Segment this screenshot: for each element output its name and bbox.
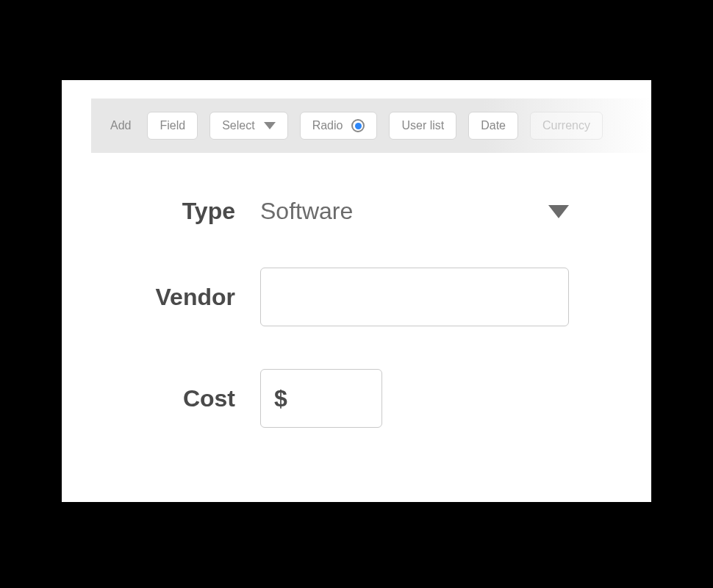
chevron-down-icon: [264, 122, 276, 129]
cost-input[interactable]: [295, 387, 368, 410]
form-builder-panel: Add Field Select Radio User list Date Cu…: [62, 80, 651, 502]
currency-symbol: $: [274, 385, 287, 412]
toolbar-item-radio[interactable]: Radio: [300, 112, 378, 140]
form-row-type: Type Software: [91, 198, 622, 225]
toolbar-item-currency[interactable]: Currency: [530, 112, 603, 140]
type-select[interactable]: Software: [260, 198, 569, 225]
toolbar: Add Field Select Radio User list Date Cu…: [91, 98, 651, 153]
toolbar-label: Add: [110, 119, 131, 132]
cost-input-wrap[interactable]: $: [260, 369, 382, 428]
toolbar-item-label: User list: [401, 119, 444, 132]
chevron-down-icon: [548, 205, 569, 218]
type-label: Type: [91, 198, 260, 225]
toolbar-item-select[interactable]: Select: [209, 112, 287, 140]
toolbar-item-label: Radio: [312, 119, 343, 132]
vendor-input[interactable]: [260, 268, 569, 326]
toolbar-item-label: Date: [481, 119, 506, 132]
toolbar-item-label: Currency: [542, 119, 590, 132]
toolbar-item-label: Select: [222, 119, 254, 132]
toolbar-item-date[interactable]: Date: [468, 112, 518, 140]
cost-label: Cost: [91, 385, 260, 412]
toolbar-item-field[interactable]: Field: [147, 112, 198, 140]
radio-icon: [351, 119, 365, 132]
form-row-cost: Cost $: [91, 369, 622, 428]
form-row-vendor: Vendor: [91, 268, 622, 326]
type-value: Software: [260, 198, 548, 225]
toolbar-item-userlist[interactable]: User list: [389, 112, 456, 140]
form-area: Type Software Vendor Cost $: [91, 198, 622, 470]
toolbar-item-label: Field: [160, 119, 185, 132]
vendor-label: Vendor: [91, 284, 260, 311]
